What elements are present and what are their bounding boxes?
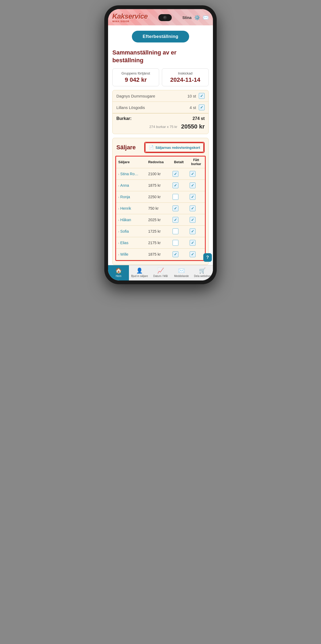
add-user-icon: 👤 (136, 267, 143, 274)
betalt-check[interactable]: ✓ (173, 171, 178, 177)
fatt-cell[interactable]: ✓ (188, 214, 205, 225)
nav-label-datum: Datum / Mål (153, 275, 168, 278)
amount-cell: 2100 kr (146, 168, 170, 179)
profit-label: Gruppens förtjänst (116, 71, 155, 75)
fatt-cell[interactable]: ✓ (188, 168, 205, 179)
betalt-cell[interactable]: ✓ (170, 248, 188, 260)
table-row: › Stina Ro… 2100 kr ✓ ✓ (116, 168, 205, 179)
nav-item-meddelande[interactable]: ✉️ Meddelande (171, 265, 192, 280)
help-bubble[interactable]: ? (203, 253, 212, 262)
table-row: › Henrik 750 kr ✓ ✓ (116, 202, 205, 214)
date-label: Inskickad (166, 71, 205, 75)
nav-label-bjud: Bjud in säljare (131, 275, 148, 278)
betalt-cell[interactable]: ✓ (170, 214, 188, 225)
saljare-name-cell: › Elias (116, 237, 146, 248)
nav-item-hem[interactable]: 🏠 Hem (108, 265, 129, 280)
doc-icon: 📄 (149, 145, 154, 150)
nav-item-datum[interactable]: 📈 Datum / Mål (150, 265, 171, 280)
amount-cell: 1725 kr (146, 225, 170, 237)
camera-notch (158, 14, 172, 21)
price-label: 274 burkar x 75 kr (149, 125, 177, 129)
saljare-name-cell: › Anna (116, 179, 146, 191)
betalt-check[interactable]: ✓ (173, 217, 178, 223)
chevron-icon: › (118, 173, 119, 176)
fatt-cell[interactable]: ✓ (188, 179, 205, 191)
saljare-link[interactable]: Håkan (120, 218, 131, 222)
efterbestallning-button[interactable]: Efterbeställning (132, 31, 189, 42)
nav-item-webshop[interactable]: 🛒 Dela webshop (192, 265, 213, 280)
saljare-link[interactable]: Sofia (120, 229, 129, 233)
product-name-0: Dagnys Dummsugare (116, 94, 187, 98)
amount-cell: 2175 kr (146, 237, 170, 248)
saljare-link[interactable]: Wille (120, 252, 128, 256)
saljare-section: Säljare 📄 Säljarnas redovisningskort Säl (112, 138, 209, 265)
fatt-check[interactable]: ✓ (190, 194, 196, 200)
nav-label-webshop: Dela webshop (194, 275, 211, 278)
betalt-cell[interactable]: ✓ (170, 168, 188, 179)
saljare-table-wrapper: Säljare Redovisa Betalt Fåttburkar › (115, 156, 206, 261)
table-row: › Sofia 1725 kr ✓ (116, 225, 205, 237)
amount-cell: 2025 kr (146, 214, 170, 225)
saljare-link[interactable]: Ronja (120, 195, 130, 199)
amount-cell: 2250 kr (146, 191, 170, 202)
table-row: › Wille 1875 kr ✓ ✓ (116, 248, 205, 260)
mail-icon[interactable]: ✉️ (203, 15, 209, 21)
home-icon: 🏠 (115, 267, 122, 274)
fatt-check[interactable]: ✓ (190, 228, 196, 234)
table-header: Säljare Redovisa Betalt Fåttburkar (116, 157, 205, 168)
betalt-check[interactable]: ✓ (173, 205, 178, 211)
fatt-cell[interactable]: ✓ (188, 248, 205, 260)
product-check-1[interactable]: ✓ (199, 104, 205, 110)
fatt-check[interactable]: ✓ (190, 205, 196, 211)
chevron-icon: › (118, 253, 119, 256)
betalt-cell[interactable]: ✓ (170, 179, 188, 191)
betalt-check[interactable]: ✓ (173, 251, 178, 257)
cart-icon: 🛒 (199, 267, 206, 274)
redovisning-button[interactable]: 📄 Säljarnas redovisningskort (145, 143, 204, 152)
fatt-check[interactable]: ✓ (190, 240, 196, 246)
product-row-1: Lillans Lösgodis 4 st ✓ (113, 102, 208, 113)
betalt-cell[interactable]: ✓ (170, 202, 188, 214)
amount-cell: 750 kr (146, 202, 170, 214)
chevron-icon: › (118, 196, 119, 199)
product-check-0[interactable]: ✓ (199, 93, 205, 99)
betalt-cell[interactable] (170, 225, 188, 237)
user-name: Stina (182, 15, 192, 20)
table-row: › Anna 1875 kr ✓ ✓ (116, 179, 205, 191)
saljare-link[interactable]: Henrik (120, 206, 131, 210)
fatt-check[interactable]: ✓ (190, 251, 196, 257)
header-right: Stina ⚙️ ✉️ (182, 15, 209, 21)
saljare-link[interactable]: Stina Ro… (120, 172, 139, 176)
fatt-cell[interactable]: ✓ (188, 225, 205, 237)
redovisning-label: Säljarnas redovisningskort (155, 146, 200, 150)
betalt-cell[interactable] (170, 237, 188, 248)
betalt-check[interactable]: ✓ (173, 182, 178, 188)
fatt-check[interactable]: ✓ (190, 171, 196, 177)
col-fatt: Fåttburkar (188, 157, 205, 168)
betalt-check-empty[interactable] (173, 228, 178, 234)
burkar-value: 274 st (193, 116, 205, 121)
fatt-cell[interactable]: ✓ (188, 202, 205, 214)
col-betalt: Betalt (170, 157, 188, 168)
nav-item-bjud[interactable]: 👤 Bjud in säljare (129, 265, 150, 280)
fatt-cell[interactable]: ✓ (188, 191, 205, 202)
saljare-link[interactable]: Elias (120, 241, 128, 245)
header: Kakservice MINA SIDOR Stina ⚙️ ✉️ (108, 9, 213, 25)
amount-cell: 1875 kr (146, 179, 170, 191)
summary-cards: Gruppens förtjänst 9 042 kr Inskickad 20… (112, 68, 209, 86)
saljare-name-cell: › Stina Ro… (116, 168, 146, 179)
saljare-link[interactable]: Anna (120, 183, 129, 188)
betalt-cell[interactable] (170, 191, 188, 202)
gear-icon[interactable]: ⚙️ (194, 15, 200, 21)
fatt-check[interactable]: ✓ (190, 217, 196, 223)
date-card: Inskickad 2024-11-14 (162, 68, 209, 86)
fatt-check[interactable]: ✓ (190, 182, 196, 188)
phone-screen: Kakservice MINA SIDOR Stina ⚙️ ✉️ Efterb… (108, 9, 213, 280)
betalt-check-empty[interactable] (173, 194, 178, 200)
price-value: 20550 kr (181, 123, 205, 130)
profit-value: 9 042 kr (116, 76, 155, 83)
fatt-cell[interactable]: ✓ (188, 237, 205, 248)
amount-cell: 1875 kr (146, 248, 170, 260)
betalt-check-empty[interactable] (173, 240, 178, 246)
saljare-title: Säljare (116, 144, 136, 151)
